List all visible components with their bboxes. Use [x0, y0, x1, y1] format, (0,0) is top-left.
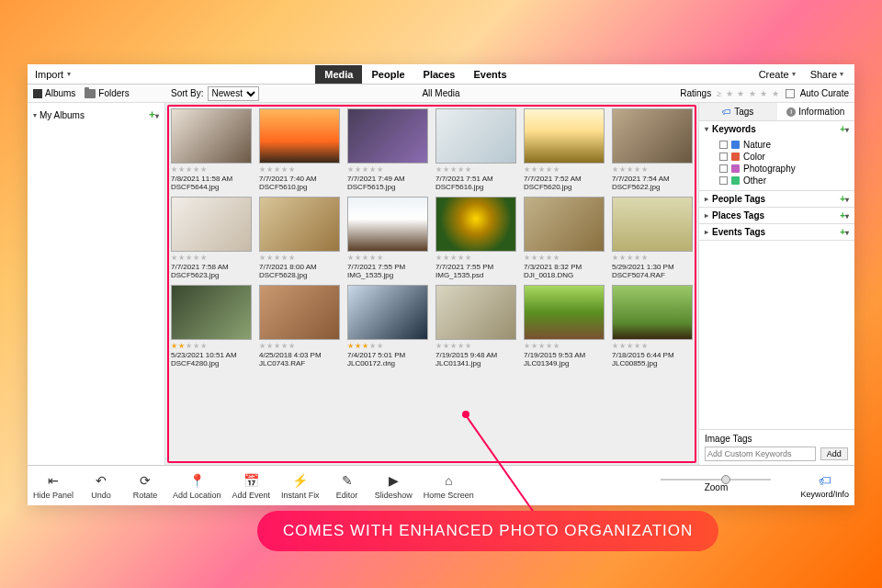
- keyword-item[interactable]: Other: [719, 175, 854, 187]
- import-button[interactable]: Import ▾: [28, 69, 78, 80]
- rating-stars[interactable]: ★★★★★: [259, 165, 340, 174]
- tab-people[interactable]: People: [362, 65, 413, 84]
- rating-stars[interactable]: ★★★★★: [347, 165, 428, 174]
- albums-view[interactable]: Albums: [33, 88, 75, 98]
- thumbnail-image[interactable]: [612, 108, 693, 164]
- add-event-button[interactable]: 📅Add Event: [232, 472, 271, 500]
- custom-keywords-input[interactable]: [705, 447, 816, 461]
- rating-stars[interactable]: ★★★★★: [171, 165, 252, 174]
- thumbnail-image[interactable]: [524, 108, 605, 164]
- keyword-checkbox[interactable]: [719, 176, 728, 185]
- add-people-tag-icon[interactable]: +▾: [840, 194, 849, 204]
- rating-stars[interactable]: ★★★★★: [612, 342, 693, 350]
- add-location-button[interactable]: 📍Add Location: [173, 472, 221, 500]
- tab-places[interactable]: Places: [414, 65, 465, 84]
- thumbnail-item[interactable]: ★★★★★7/18/2015 6:44 PMJLC00855.jpg: [612, 285, 693, 368]
- thumbnail-image[interactable]: [612, 197, 693, 252]
- thumbnail-item[interactable]: ★★★★★5/23/2021 10:51 AMDSCF4280.jpg: [171, 285, 252, 368]
- add-keyword-button[interactable]: Add: [820, 447, 848, 460]
- thumbnail-item[interactable]: ★★★★★7/19/2015 9:48 AMJLC01341.jpg: [435, 285, 516, 368]
- thumbnail-item[interactable]: ★★★★★7/7/2021 8:00 AMDSCF5628.jpg: [259, 197, 340, 279]
- thumbnail-image[interactable]: [524, 285, 605, 340]
- thumbnail-image[interactable]: [347, 197, 428, 252]
- add-places-tag-icon[interactable]: +▾: [840, 210, 849, 220]
- thumbnail-image[interactable]: [347, 108, 428, 164]
- rating-stars[interactable]: ★★★★★: [612, 165, 693, 174]
- tab-media[interactable]: Media: [315, 65, 362, 84]
- thumbnail-image[interactable]: [171, 285, 252, 340]
- keywords-section[interactable]: ▾ Keywords +▾: [699, 121, 854, 137]
- thumbnail-item[interactable]: ★★★★★7/19/2015 9:53 AMJLC01349.jpg: [524, 285, 605, 368]
- rating-stars[interactable]: ★★★★★: [259, 342, 340, 350]
- thumbnail-item[interactable]: ★★★★★7/7/2021 7:54 AMDSCF5622.jpg: [612, 108, 693, 191]
- sort-select[interactable]: Newest: [208, 86, 259, 101]
- thumbnail-image[interactable]: [347, 285, 428, 340]
- people-tags-section[interactable]: ▸ People Tags +▾: [699, 191, 854, 207]
- rating-stars[interactable]: ★★★★★: [347, 342, 428, 350]
- editor-button[interactable]: ✎Editor: [331, 472, 364, 500]
- thumbnail-grid[interactable]: ★★★★★7/8/2021 11:58 AMDSCF5644.jpg★★★★★7…: [165, 103, 698, 465]
- share-button[interactable]: Share ▾: [805, 69, 849, 80]
- rating-stars[interactable]: ★★★★★: [259, 254, 340, 262]
- rating-stars[interactable]: ★★★★★: [435, 342, 516, 350]
- thumbnail-item[interactable]: ★★★★★7/3/2021 8:32 PMDJI_0018.DNG: [524, 197, 605, 279]
- zoom-slider[interactable]: [661, 479, 771, 481]
- thumbnail-image[interactable]: [435, 108, 516, 164]
- undo-button[interactable]: ↶Undo: [85, 472, 118, 500]
- thumbnail-image[interactable]: [171, 197, 252, 252]
- rating-stars[interactable]: ★★★★★: [524, 342, 605, 350]
- my-albums-header[interactable]: ▾ My Albums +▾: [33, 107, 159, 123]
- thumbnail-image[interactable]: [524, 197, 605, 252]
- rating-stars[interactable]: ★★★★★: [524, 165, 605, 174]
- thumbnail-image[interactable]: [435, 197, 516, 252]
- events-tags-section[interactable]: ▸ Events Tags +▾: [699, 224, 854, 240]
- keyword-item[interactable]: Color: [719, 151, 854, 163]
- add-album-icon[interactable]: +▾: [149, 108, 159, 121]
- add-events-tag-icon[interactable]: +▾: [840, 227, 849, 237]
- keyword-checkbox[interactable]: [719, 141, 728, 149]
- slideshow-button[interactable]: ▶Slideshow: [375, 472, 413, 500]
- rating-stars[interactable]: ★★★★★: [524, 254, 605, 262]
- keyword-checkbox[interactable]: [719, 164, 728, 173]
- thumbnail-item[interactable]: ★★★★★7/7/2021 7:52 AMDSCF5620.jpg: [524, 108, 605, 191]
- rating-stars[interactable]: ★★★★★: [435, 165, 516, 174]
- rating-stars[interactable]: ★★★★★: [171, 342, 252, 350]
- thumbnail-item[interactable]: ★★★★★5/29/2021 1:30 PMDSCF5074.RAF: [612, 197, 693, 279]
- thumbnail-item[interactable]: ★★★★★7/4/2017 5:01 PMJLC00172.dng: [347, 285, 428, 368]
- home-screen-button[interactable]: ⌂Home Screen: [424, 472, 474, 500]
- add-keyword-icon[interactable]: +▾: [840, 124, 849, 134]
- create-button[interactable]: Create ▾: [753, 69, 801, 80]
- keyword-checkbox[interactable]: [719, 153, 728, 161]
- auto-curate-checkbox[interactable]: [786, 89, 795, 98]
- tab-events[interactable]: Events: [464, 65, 515, 84]
- thumbnail-item[interactable]: ★★★★★7/7/2021 7:49 AMDSCF5615.jpg: [347, 108, 428, 191]
- keyword-info-button[interactable]: 🏷 Keyword/Info: [800, 473, 849, 499]
- thumbnail-item[interactable]: ★★★★★7/7/2021 7:55 PMIMG_1535.psd: [435, 197, 516, 279]
- rating-stars[interactable]: ★★★★★: [612, 254, 693, 262]
- thumbnail-item[interactable]: ★★★★★7/8/2021 11:58 AMDSCF5644.jpg: [171, 108, 252, 191]
- thumbnail-item[interactable]: ★★★★★7/7/2021 7:40 AMDSCF5610.jpg: [259, 108, 340, 191]
- thumbnail-image[interactable]: [612, 285, 693, 340]
- tags-tab[interactable]: 🏷 Tags: [699, 103, 777, 120]
- thumbnail-item[interactable]: ★★★★★7/7/2021 7:51 AMDSCF5616.jpg: [435, 108, 516, 191]
- thumbnail-item[interactable]: ★★★★★7/7/2021 7:55 PMIMG_1535.jpg: [347, 197, 428, 279]
- thumbnail-image[interactable]: [259, 197, 340, 252]
- thumbnail-image[interactable]: [259, 108, 340, 164]
- thumbnail-item[interactable]: ★★★★★7/7/2021 7:58 AMDSCF5623.jpg: [171, 197, 252, 279]
- keyword-item[interactable]: Photography: [719, 163, 854, 175]
- thumbnail-image[interactable]: [171, 108, 252, 164]
- rating-stars[interactable]: ★★★★★: [435, 254, 516, 262]
- hide-panel-button[interactable]: ⇤Hide Panel: [33, 472, 74, 500]
- keyword-item[interactable]: Nature: [719, 139, 854, 151]
- information-tab[interactable]: i Information: [777, 103, 855, 120]
- rating-stars[interactable]: ★★★★★: [347, 254, 428, 262]
- rating-stars[interactable]: ★★★★★: [171, 254, 252, 262]
- thumbnail-image[interactable]: [259, 285, 340, 340]
- places-tags-section[interactable]: ▸ Places Tags +▾: [699, 208, 854, 223]
- thumbnail-item[interactable]: ★★★★★4/25/2018 4:03 PMJLC0743.RAF: [259, 285, 340, 368]
- thumbnail-image[interactable]: [435, 285, 516, 340]
- rotate-button[interactable]: ⟳Rotate: [129, 472, 162, 500]
- ratings-filter[interactable]: ≥ ★ ★ ★ ★ ★: [717, 89, 779, 98]
- instant-fix-button[interactable]: ⚡Instant Fix: [281, 472, 320, 500]
- folders-view[interactable]: Folders: [85, 88, 129, 98]
